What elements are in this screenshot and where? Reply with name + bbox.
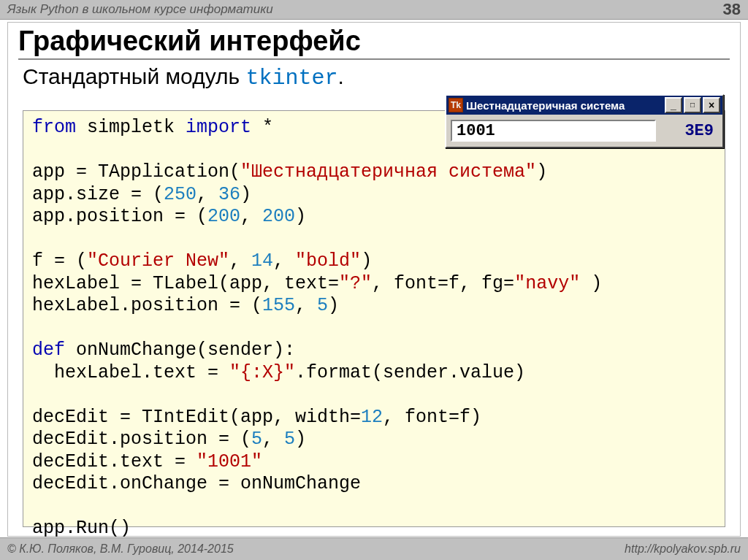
footer-credits: © К.Ю. Поляков, В.М. Гуровиц, 2014-2015: [7, 542, 234, 556]
header-bar: Язык Python в школьном курсе информатики…: [0, 0, 748, 20]
slide-body: Графический интерфейс Стандартный модуль…: [7, 22, 741, 537]
subtitle-prefix: Стандартный модуль: [23, 64, 245, 88]
subtitle-mono: tkinter: [245, 66, 337, 91]
minimize-button[interactable]: _: [665, 97, 682, 113]
close-button[interactable]: ×: [703, 97, 720, 113]
tk-icon: Tk: [449, 98, 463, 112]
subtitle: Стандартный модуль tkinter.: [8, 63, 740, 92]
slide-number: 38: [723, 0, 741, 19]
window-title: Шестнадцатеричная система: [466, 99, 625, 112]
header-title: Язык Python в школьном курсе информатики: [7, 2, 273, 17]
slide-title: Графический интерфейс: [8, 23, 740, 57]
window-titlebar[interactable]: Tk Шестнадцатеричная система _ □ ×: [446, 96, 722, 115]
code-block: from simpletk import * app = TApplicatio…: [23, 110, 725, 527]
subtitle-suffix: .: [338, 64, 344, 88]
footer-url: http://kpolyakov.spb.ru: [625, 542, 741, 556]
hex-result-label: 3E9: [684, 122, 718, 140]
app-window: Tk Шестнадцатеричная система _ □ × 3E9: [445, 94, 724, 148]
window-body: 3E9: [446, 115, 722, 147]
decimal-input[interactable]: [451, 120, 656, 142]
footer-bar: © К.Ю. Поляков, В.М. Гуровиц, 2014-2015 …: [0, 537, 748, 560]
title-divider: [18, 58, 730, 60]
maximize-button[interactable]: □: [684, 97, 701, 113]
